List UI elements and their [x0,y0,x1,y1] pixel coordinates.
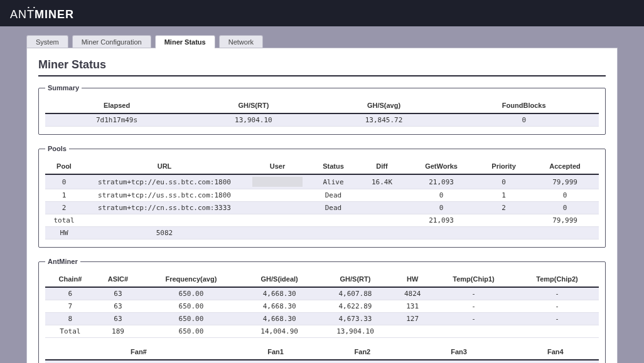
col-temp1: Temp(Chip1) [432,271,515,287]
col-getworks: GetWorks [406,159,476,174]
chain-id: 7 [45,300,95,313]
summary-elapsed: 7d1h17m49s [45,113,188,127]
tab-network[interactable]: Network [219,35,263,48]
col-fan4: Fan4 [512,344,599,360]
fan-speed-label: Speed (r/min) [45,360,232,363]
col-url: URL [83,159,246,174]
antminer-table: Chain# ASIC# Frequency(avg) GH/S(ideal) … [45,271,599,338]
chain-total-ghs-rt: 13,904.10 [318,325,394,338]
antenna-icon: • • [28,4,36,10]
table-row: 663650.004,668.304,607.884824-- [45,287,599,300]
app-header: • • ANTMINER [0,0,644,26]
pool-url: stratum+tcp://cn.ss.btc.com:3333 [83,202,246,214]
pool-getworks: 0 [406,189,476,202]
col-temp2: Temp(Chip2) [515,271,599,287]
col-fan2: Fan2 [319,344,405,360]
table-row: 7d1h17m49s 13,904.10 13,845.72 0 [45,113,599,127]
pool-getworks: 21,093 [406,174,476,189]
chain-hw: 127 [393,313,432,325]
pool-user [246,189,309,202]
col-user: User [246,159,309,174]
pool-status: Alive [309,174,358,189]
fan3-speed: 6,000 [406,360,512,363]
pool-url: stratum+tcp://us.ss.btc.com:1800 [83,189,246,202]
chain-total-ghs-ideal: 14,004.90 [242,325,318,338]
fan4-speed: 0 [512,360,599,363]
col-asic: ASIC# [95,271,141,287]
table-row: 2stratum+tcp://cn.ss.btc.com:3333Dead020 [45,202,599,214]
col-fan3: Fan3 [406,344,512,360]
pool-hw-label: HW [45,227,83,239]
chain-temp2: - [515,300,599,313]
chain-ghs-rt: 4,673.33 [318,313,394,325]
page-content: Miner Status Summary Elapsed GH/S(RT) GH… [26,48,618,363]
chain-ghs-ideal: 4,668.30 [242,313,318,325]
col-ghs-rt: GH/S(RT) [188,98,319,113]
table-row: 763650.004,668.304,622.89131-- [45,300,599,313]
chain-id: 6 [45,287,95,300]
pool-accepted: 0 [531,189,599,202]
pool-user [246,202,309,214]
summary-ghs-avg: 13,845.72 [319,113,449,127]
fan1-speed: 0 [232,360,319,363]
col-freq: Frequency(avg) [141,271,242,287]
chain-total-asic: 189 [95,325,141,338]
pool-id: 1 [45,189,83,202]
pool-accepted: 0 [531,202,599,214]
chain-ghs-ideal: 4,668.30 [242,287,318,300]
col-found-blocks: FoundBlocks [449,98,599,113]
pool-diff [358,189,406,202]
pools-table: Pool URL User Status Diff GetWorks Prior… [45,159,599,239]
table-row-total: total21,09379,999 [45,214,599,227]
col-status: Status [309,159,358,174]
col-ghs-avg: GH/S(avg) [319,98,449,113]
pool-status: Dead [309,189,358,202]
pools-section: Pools Pool URL User Status Diff GetWorks… [38,145,606,248]
tab-strip: System Miner Configuration Miner Status … [26,35,644,48]
tab-miner-status[interactable]: Miner Status [155,35,215,48]
logo: • • ANTMINER [10,8,74,26]
pool-id: 0 [45,174,83,189]
table-row: 0stratum+tcp://eu.ss.btc.com:1800Alive16… [45,174,599,189]
pool-status: Dead [309,202,358,214]
table-row: Speed (r/min) 0 0 6,000 0 [45,360,599,363]
pool-priority: 0 [476,174,531,189]
table-row-hw: HW5082 [45,227,599,239]
chain-freq: 650.00 [141,313,242,325]
page-title: Miner Status [38,58,606,76]
summary-ghs-rt: 13,904.10 [188,113,319,127]
logo-text-miner: MINER [35,8,74,21]
chain-temp1: - [432,300,515,313]
col-ghs-ideal: GH/S(ideal) [242,271,318,287]
pool-accepted: 79,999 [531,174,599,189]
col-diff: Diff [358,159,406,174]
logo-text-ant: ANT [10,8,35,21]
summary-found: 0 [449,113,599,127]
pool-id: 2 [45,202,83,214]
chain-ghs-rt: 4,607.88 [318,287,394,300]
pool-hw-value: 5082 [83,227,246,239]
summary-legend: Summary [45,84,82,92]
col-accepted: Accepted [531,159,599,174]
chain-ghs-ideal: 4,668.30 [242,300,318,313]
chain-freq: 650.00 [141,300,242,313]
col-priority: Priority [476,159,531,174]
pool-priority: 1 [476,189,531,202]
col-chain: Chain# [45,271,95,287]
chain-asic: 63 [95,287,141,300]
pool-getworks: 0 [406,202,476,214]
fan-table: Fan# Fan1 Fan2 Fan3 Fan4 Speed (r/min) 0… [45,344,599,363]
col-elapsed: Elapsed [45,98,188,113]
col-fan: Fan# [45,344,232,360]
chain-temp2: - [515,313,599,325]
chain-total-freq: 650.00 [141,325,242,338]
fan2-speed: 0 [319,360,405,363]
chain-temp1: - [432,287,515,300]
summary-section: Summary Elapsed GH/S(RT) GH/S(avg) Found… [38,84,606,135]
tab-miner-configuration[interactable]: Miner Configuration [72,35,151,48]
tab-system[interactable]: System [26,35,68,48]
chain-ghs-rt: 4,622.89 [318,300,394,313]
chain-id: 8 [45,313,95,325]
pool-url: stratum+tcp://eu.ss.btc.com:1800 [83,174,246,189]
pool-total-label: total [45,214,83,227]
